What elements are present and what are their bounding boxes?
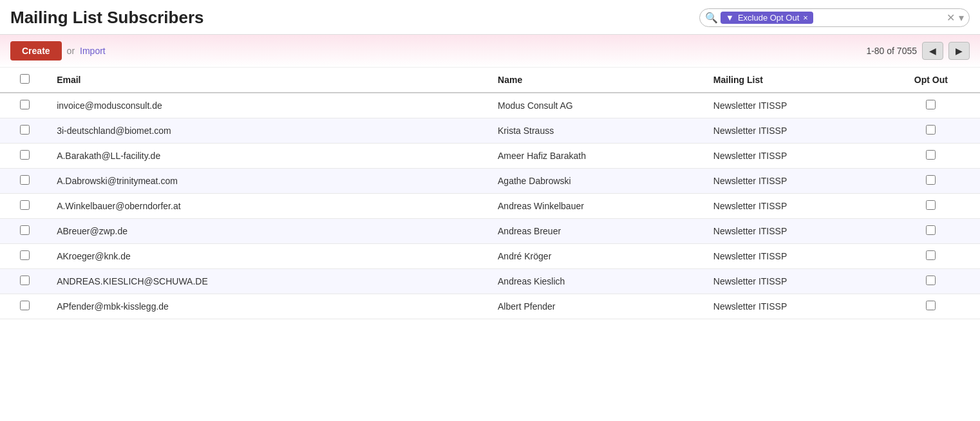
row-checkbox-cell <box>0 118 49 144</box>
row-email: A.Barakath@LL-facility.de <box>49 144 490 169</box>
filter-icon: ▼ <box>726 13 734 23</box>
row-checkbox-cell <box>0 194 49 219</box>
row-mailing-list: Newsletter ITISSP <box>706 219 882 244</box>
row-mailing-list: Newsletter ITISSP <box>706 269 882 294</box>
row-mailing-list: Newsletter ITISSP <box>706 93 882 118</box>
table-row: 3i-deutschland@biomet.com Krista Strauss… <box>0 118 980 144</box>
row-checkbox[interactable] <box>20 100 30 109</box>
row-opt-out <box>882 144 980 169</box>
search-bar: 🔍 ▼ Exclude Opt Out × ✕ ▾ <box>699 8 970 27</box>
opt-out-checkbox[interactable] <box>926 276 936 285</box>
row-name: Andreas Kieslich <box>490 269 706 294</box>
row-checkbox-cell <box>0 219 49 244</box>
pagination-info: 1-80 of 7055 <box>866 46 917 56</box>
row-email: A.Dabrowski@trinitymeat.com <box>49 169 490 194</box>
row-checkbox-cell <box>0 244 49 269</box>
row-opt-out <box>882 294 980 319</box>
row-name: André Kröger <box>490 244 706 269</box>
row-name: Modus Consult AG <box>490 93 706 118</box>
opt-out-checkbox[interactable] <box>926 225 936 235</box>
row-email: APfender@mbk-kisslegg.de <box>49 294 490 319</box>
import-link[interactable]: Import <box>80 46 106 56</box>
next-page-button[interactable]: ▶ <box>948 42 970 60</box>
row-name: Ameer Hafiz Barakath <box>490 144 706 169</box>
row-mailing-list: Newsletter ITISSP <box>706 118 882 144</box>
select-all-checkbox[interactable] <box>20 74 30 84</box>
row-email: AKroeger@knk.de <box>49 244 490 269</box>
row-checkbox[interactable] <box>20 150 30 160</box>
col-header-mailing-list: Mailing List <box>706 68 882 93</box>
toolbar: Create or Import 1-80 of 7055 ◀ ▶ <box>0 35 980 68</box>
table-row: ABreuer@zwp.de Andreas Breuer Newsletter… <box>0 219 980 244</box>
opt-out-checkbox[interactable] <box>926 100 936 109</box>
row-mailing-list: Newsletter ITISSP <box>706 194 882 219</box>
page-title: Mailing List Subscribers <box>10 8 204 28</box>
row-email: invoice@modusconsult.de <box>49 93 490 118</box>
row-name: Agathe Dabrowski <box>490 169 706 194</box>
row-opt-out <box>882 219 980 244</box>
row-name: Andreas Breuer <box>490 219 706 244</box>
search-input[interactable] <box>813 12 947 24</box>
table-row: invoice@modusconsult.de Modus Consult AG… <box>0 93 980 118</box>
opt-out-checkbox[interactable] <box>926 150 936 160</box>
row-mailing-list: Newsletter ITISSP <box>706 169 882 194</box>
table-row: APfender@mbk-kisslegg.de Albert Pfender … <box>0 294 980 319</box>
table-row: A.Barakath@LL-facility.de Ameer Hafiz Ba… <box>0 144 980 169</box>
row-checkbox[interactable] <box>20 200 30 210</box>
filter-tag: ▼ Exclude Opt Out × <box>721 12 813 24</box>
row-checkbox[interactable] <box>20 125 30 135</box>
row-opt-out <box>882 118 980 144</box>
opt-out-checkbox[interactable] <box>926 301 936 310</box>
opt-out-checkbox[interactable] <box>926 175 936 185</box>
row-mailing-list: Newsletter ITISSP <box>706 294 882 319</box>
row-email: ANDREAS.KIESLICH@SCHUWA.DE <box>49 269 490 294</box>
row-checkbox-cell <box>0 144 49 169</box>
clear-search-icon[interactable]: ✕ <box>947 12 955 24</box>
row-opt-out <box>882 93 980 118</box>
table-row: ANDREAS.KIESLICH@SCHUWA.DE Andreas Kiesl… <box>0 269 980 294</box>
select-all-header <box>0 68 49 93</box>
row-checkbox[interactable] <box>20 250 30 260</box>
col-header-name: Name <box>490 68 706 93</box>
row-checkbox[interactable] <box>20 175 30 185</box>
row-name: Krista Strauss <box>490 118 706 144</box>
table-header-row: Email Name Mailing List Opt Out <box>0 68 980 93</box>
opt-out-checkbox[interactable] <box>926 250 936 260</box>
or-label: or <box>67 46 75 56</box>
row-opt-out <box>882 169 980 194</box>
filter-tag-label: Exclude Opt Out <box>738 13 799 23</box>
search-dropdown-icon[interactable]: ▾ <box>959 12 964 24</box>
row-name: Albert Pfender <box>490 294 706 319</box>
row-checkbox[interactable] <box>20 276 30 285</box>
row-checkbox-cell <box>0 93 49 118</box>
col-header-email: Email <box>49 68 490 93</box>
col-header-opt-out: Opt Out <box>882 68 980 93</box>
row-checkbox-cell <box>0 294 49 319</box>
filter-tag-close[interactable]: × <box>803 13 808 23</box>
row-opt-out <box>882 194 980 219</box>
table-row: A.Dabrowski@trinitymeat.com Agathe Dabro… <box>0 169 980 194</box>
opt-out-checkbox[interactable] <box>926 125 936 135</box>
row-mailing-list: Newsletter ITISSP <box>706 244 882 269</box>
row-email: A.Winkelbauer@oberndorfer.at <box>49 194 490 219</box>
table-row: AKroeger@knk.de André Kröger Newsletter … <box>0 244 980 269</box>
row-checkbox-cell <box>0 169 49 194</box>
table-row: A.Winkelbauer@oberndorfer.at Andreas Win… <box>0 194 980 219</box>
row-mailing-list: Newsletter ITISSP <box>706 144 882 169</box>
row-checkbox-cell <box>0 269 49 294</box>
opt-out-checkbox[interactable] <box>926 200 936 210</box>
create-button[interactable]: Create <box>10 41 62 61</box>
row-name: Andreas Winkelbauer <box>490 194 706 219</box>
search-icon: 🔍 <box>705 12 718 24</box>
row-checkbox[interactable] <box>20 225 30 235</box>
row-email: ABreuer@zwp.de <box>49 219 490 244</box>
search-actions: ✕ ▾ <box>947 12 964 24</box>
row-checkbox[interactable] <box>20 301 30 310</box>
subscribers-table: Email Name Mailing List Opt Out invoice@… <box>0 68 980 319</box>
row-opt-out <box>882 244 980 269</box>
row-email: 3i-deutschland@biomet.com <box>49 118 490 144</box>
header: Mailing List Subscribers 🔍 ▼ Exclude Opt… <box>0 0 980 35</box>
row-opt-out <box>882 269 980 294</box>
prev-page-button[interactable]: ◀ <box>922 42 943 60</box>
